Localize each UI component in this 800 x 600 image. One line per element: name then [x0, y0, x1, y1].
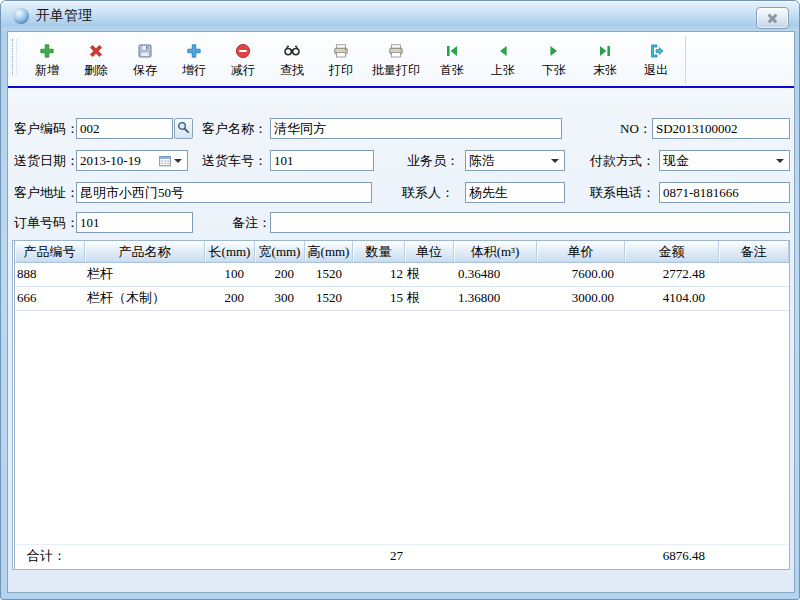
toolbar-button-first[interactable]: 首张: [428, 38, 476, 82]
floppy-icon: [136, 42, 154, 61]
column-header: 体积(m³): [454, 241, 537, 262]
toolbar-button-label: 退出: [644, 62, 668, 79]
chevron-down-icon: [776, 159, 784, 167]
plus-green-icon: [38, 42, 56, 61]
table-cell[interactable]: 0.36480: [454, 263, 537, 286]
toolbar-button-next[interactable]: 下张: [530, 38, 578, 82]
toolbar-button-label: 减行: [231, 62, 255, 79]
salesperson-value: 陈浩: [469, 152, 548, 170]
toolbar-button-del-row[interactable]: 减行: [220, 38, 266, 82]
table-cell[interactable]: [719, 287, 789, 310]
table-cell[interactable]: 栏杆（木制）: [85, 287, 205, 310]
customer-name-label: 客户名称：: [202, 118, 267, 139]
column-header: 单位: [405, 241, 454, 262]
table-cell[interactable]: 根: [405, 287, 454, 310]
table-row[interactable]: 666栏杆（木制）200300152015根1.368003000.004104…: [15, 287, 789, 311]
contact-phone-input[interactable]: [659, 182, 790, 203]
customer-address-input[interactable]: [76, 182, 372, 203]
customer-lookup-button[interactable]: [174, 118, 193, 139]
column-header: 产品名称: [85, 241, 205, 262]
toolbar-button-exit[interactable]: 退出: [632, 38, 680, 82]
table-cell[interactable]: 666: [15, 287, 85, 310]
salesperson-combo[interactable]: 陈浩: [465, 150, 565, 171]
toolbar-button-last[interactable]: 末张: [581, 38, 629, 82]
customer-code-label: 客户编码：: [14, 118, 79, 139]
table-cell[interactable]: 3000.00: [537, 287, 625, 310]
toolbar-button-label: 上张: [491, 62, 515, 79]
toolbar-button-save[interactable]: 保存: [122, 38, 168, 82]
toolbar-button-label: 新增: [35, 62, 59, 79]
table-cell[interactable]: 4104.00: [625, 287, 719, 310]
toolbar: 新增删除保存增行减行查找打印批量打印首张上张下张末张退出: [10, 36, 686, 84]
close-button[interactable]: [756, 7, 789, 29]
table-cell[interactable]: 根: [405, 263, 454, 286]
printer-icon: [332, 42, 350, 61]
table-cell[interactable]: 15: [353, 287, 405, 310]
toolbar-button-batch-print[interactable]: 批量打印: [367, 38, 425, 82]
minus-circle-red-icon: [234, 42, 252, 61]
toolbar-button-new[interactable]: 新增: [24, 38, 70, 82]
nav-prev-icon: [494, 42, 512, 61]
column-header: 金额: [625, 241, 719, 262]
remarks-input[interactable]: [270, 212, 790, 233]
order-no-input[interactable]: [76, 212, 193, 233]
chevron-down-icon: [174, 159, 182, 167]
contact-person-label: 联系人：: [402, 182, 454, 203]
column-header: 宽(mm): [255, 241, 305, 262]
billing-window: 开单管理 新增删除保存增行减行查找打印批量打印首张上张下张末张退出 客户编码： …: [0, 0, 800, 600]
customer-name-input[interactable]: [270, 118, 562, 139]
toolbar-button-label: 首张: [440, 62, 464, 79]
close-icon: [767, 12, 778, 23]
table-cell[interactable]: 12: [353, 263, 405, 286]
customer-code-input[interactable]: [76, 118, 173, 139]
table-cell[interactable]: 1.36800: [454, 287, 537, 310]
vehicle-no-label: 送货车号：: [202, 150, 267, 171]
column-header: 长(mm): [205, 241, 255, 262]
totals-spacer: [405, 545, 454, 568]
no-input[interactable]: [652, 118, 790, 139]
nav-last-icon: [596, 42, 614, 61]
order-no-label: 订单号码：: [14, 212, 79, 233]
table-cell[interactable]: 200: [205, 287, 255, 310]
vehicle-no-input[interactable]: [270, 150, 374, 171]
table-cell[interactable]: 栏杆: [85, 263, 205, 286]
column-header: 产品编号: [15, 241, 85, 262]
table-cell[interactable]: 7600.00: [537, 263, 625, 286]
toolbar-button-label: 末张: [593, 62, 617, 79]
binoculars-icon: [283, 42, 301, 61]
quantity-total: 27: [353, 545, 405, 568]
table-cell[interactable]: 1520: [305, 263, 353, 286]
calendar-icon: [159, 155, 171, 167]
column-header: 单价: [537, 241, 625, 262]
app-icon: [13, 8, 29, 24]
chevron-down-icon: [551, 159, 559, 167]
delivery-date-input[interactable]: 2013-10-19: [76, 150, 188, 171]
no-label: NO：: [620, 118, 652, 139]
table-cell[interactable]: 300: [255, 287, 305, 310]
toolbar-button-label: 下张: [542, 62, 566, 79]
printer-icon: [387, 42, 405, 61]
toolbar-button-find[interactable]: 查找: [269, 38, 315, 82]
totals-label: 合计：: [15, 545, 353, 568]
table-cell[interactable]: 200: [255, 263, 305, 286]
toolbar-button-print[interactable]: 打印: [318, 38, 364, 82]
payment-method-combo[interactable]: 现金: [659, 150, 790, 171]
toolbar-button-delete[interactable]: 删除: [73, 38, 119, 82]
toolbar-button-add-row[interactable]: 增行: [171, 38, 217, 82]
contact-person-input[interactable]: [465, 182, 565, 203]
titlebar: 开单管理: [1, 1, 799, 31]
table-cell[interactable]: [719, 263, 789, 286]
payment-method-value: 现金: [663, 152, 773, 170]
table-cell[interactable]: 888: [15, 263, 85, 286]
toolbar-button-label: 增行: [182, 62, 206, 79]
nav-next-icon: [545, 42, 563, 61]
plus-blue-icon: [185, 42, 203, 61]
table-cell[interactable]: 100: [205, 263, 255, 286]
table-cell[interactable]: 1520: [305, 287, 353, 310]
toolbar-button-prev[interactable]: 上张: [479, 38, 527, 82]
toolbar-button-label: 查找: [280, 62, 304, 79]
table-cell[interactable]: 2772.48: [625, 263, 719, 286]
magnifier-icon: [177, 121, 190, 137]
customer-address-label: 客户地址：: [14, 182, 79, 203]
table-row[interactable]: 888栏杆100200152012根0.364807600.002772.48: [15, 263, 789, 287]
